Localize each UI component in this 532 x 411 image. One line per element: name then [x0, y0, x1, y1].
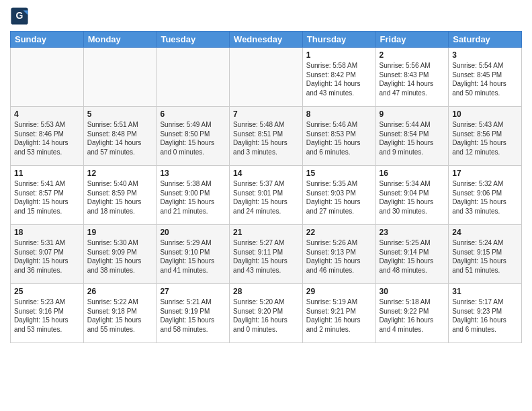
page-header: G	[10, 7, 522, 26]
calendar-cell: 19Sunrise: 5:30 AM Sunset: 9:09 PM Dayli…	[83, 225, 157, 284]
calendar-cell: 2Sunrise: 5:56 AM Sunset: 8:43 PM Daylig…	[375, 48, 449, 107]
calendar-cell: 4Sunrise: 5:53 AM Sunset: 8:46 PM Daylig…	[11, 107, 84, 166]
calendar-cell: 22Sunrise: 5:26 AM Sunset: 9:13 PM Dayli…	[302, 225, 375, 284]
day-number: 28	[233, 287, 299, 296]
day-number: 11	[14, 169, 80, 178]
day-content: Sunrise: 5:21 AM Sunset: 9:19 PM Dayligh…	[160, 298, 226, 334]
calendar-cell: 21Sunrise: 5:27 AM Sunset: 9:11 PM Dayli…	[230, 225, 303, 284]
calendar-table: SundayMondayTuesdayWednesdayThursdayFrid…	[10, 31, 522, 343]
calendar-cell: 25Sunrise: 5:23 AM Sunset: 9:16 PM Dayli…	[11, 284, 84, 343]
day-content: Sunrise: 5:38 AM Sunset: 9:00 PM Dayligh…	[160, 179, 226, 216]
calendar-cell: 29Sunrise: 5:19 AM Sunset: 9:21 PM Dayli…	[302, 284, 375, 343]
calendar-cell	[83, 48, 157, 107]
day-header-saturday: Saturday	[449, 32, 522, 48]
day-number: 12	[87, 169, 153, 178]
calendar-cell: 20Sunrise: 5:29 AM Sunset: 9:10 PM Dayli…	[157, 225, 230, 284]
calendar-cell	[157, 48, 230, 107]
day-number: 31	[452, 287, 518, 296]
day-number: 20	[160, 228, 226, 237]
calendar-cell: 23Sunrise: 5:25 AM Sunset: 9:14 PM Dayli…	[375, 225, 449, 284]
day-number: 15	[306, 169, 372, 178]
day-content: Sunrise: 5:17 AM Sunset: 9:23 PM Dayligh…	[452, 298, 518, 334]
day-content: Sunrise: 5:19 AM Sunset: 9:21 PM Dayligh…	[306, 298, 372, 334]
calendar-cell	[230, 48, 303, 107]
day-header-tuesday: Tuesday	[157, 32, 230, 48]
day-number: 6	[160, 109, 226, 119]
day-number: 3	[452, 50, 518, 60]
calendar-cell: 27Sunrise: 5:21 AM Sunset: 9:19 PM Dayli…	[157, 284, 230, 343]
day-header-monday: Monday	[83, 32, 157, 48]
calendar-cell: 5Sunrise: 5:51 AM Sunset: 8:48 PM Daylig…	[83, 107, 157, 166]
day-number: 4	[14, 109, 80, 119]
logo-icon: G	[10, 7, 29, 26]
day-content: Sunrise: 5:43 AM Sunset: 8:56 PM Dayligh…	[452, 120, 518, 156]
day-number: 17	[452, 169, 518, 178]
day-header-sunday: Sunday	[11, 32, 84, 48]
calendar-cell: 7Sunrise: 5:48 AM Sunset: 8:51 PM Daylig…	[230, 107, 303, 166]
day-number: 27	[160, 287, 226, 296]
calendar-cell: 15Sunrise: 5:35 AM Sunset: 9:03 PM Dayli…	[302, 166, 375, 225]
calendar-cell: 14Sunrise: 5:37 AM Sunset: 9:01 PM Dayli…	[230, 166, 303, 225]
calendar-cell: 18Sunrise: 5:31 AM Sunset: 9:07 PM Dayli…	[11, 225, 84, 284]
day-content: Sunrise: 5:31 AM Sunset: 9:07 PM Dayligh…	[14, 238, 80, 275]
svg-text:G: G	[16, 10, 24, 21]
day-content: Sunrise: 5:53 AM Sunset: 8:46 PM Dayligh…	[14, 120, 80, 156]
day-content: Sunrise: 5:54 AM Sunset: 8:45 PM Dayligh…	[452, 61, 518, 97]
day-number: 22	[306, 228, 372, 237]
calendar-cell: 10Sunrise: 5:43 AM Sunset: 8:56 PM Dayli…	[449, 107, 522, 166]
day-content: Sunrise: 5:58 AM Sunset: 8:42 PM Dayligh…	[306, 61, 372, 97]
day-number: 30	[380, 287, 445, 296]
day-content: Sunrise: 5:51 AM Sunset: 8:48 PM Dayligh…	[87, 120, 153, 156]
calendar-week-row: 1Sunrise: 5:58 AM Sunset: 8:42 PM Daylig…	[11, 48, 522, 107]
day-number: 26	[87, 287, 153, 296]
calendar-week-row: 25Sunrise: 5:23 AM Sunset: 9:16 PM Dayli…	[11, 284, 522, 343]
day-content: Sunrise: 5:27 AM Sunset: 9:11 PM Dayligh…	[233, 238, 299, 275]
day-header-friday: Friday	[375, 32, 449, 48]
day-number: 2	[380, 50, 445, 60]
calendar-cell: 3Sunrise: 5:54 AM Sunset: 8:45 PM Daylig…	[449, 48, 522, 107]
day-content: Sunrise: 5:35 AM Sunset: 9:03 PM Dayligh…	[306, 179, 372, 216]
calendar-week-row: 18Sunrise: 5:31 AM Sunset: 9:07 PM Dayli…	[11, 225, 522, 284]
calendar-cell: 30Sunrise: 5:18 AM Sunset: 9:22 PM Dayli…	[375, 284, 449, 343]
day-content: Sunrise: 5:41 AM Sunset: 8:57 PM Dayligh…	[14, 179, 80, 216]
day-content: Sunrise: 5:46 AM Sunset: 8:53 PM Dayligh…	[306, 120, 372, 156]
day-number: 19	[87, 228, 153, 237]
day-number: 10	[452, 109, 518, 119]
day-content: Sunrise: 5:18 AM Sunset: 9:22 PM Dayligh…	[380, 298, 445, 334]
day-number: 5	[87, 109, 153, 119]
day-content: Sunrise: 5:56 AM Sunset: 8:43 PM Dayligh…	[380, 61, 445, 97]
day-content: Sunrise: 5:23 AM Sunset: 9:16 PM Dayligh…	[14, 298, 80, 334]
calendar-cell: 31Sunrise: 5:17 AM Sunset: 9:23 PM Dayli…	[449, 284, 522, 343]
day-content: Sunrise: 5:29 AM Sunset: 9:10 PM Dayligh…	[160, 238, 226, 275]
day-content: Sunrise: 5:24 AM Sunset: 9:15 PM Dayligh…	[452, 238, 518, 275]
calendar-cell: 8Sunrise: 5:46 AM Sunset: 8:53 PM Daylig…	[302, 107, 375, 166]
day-number: 14	[233, 169, 299, 178]
day-content: Sunrise: 5:40 AM Sunset: 8:59 PM Dayligh…	[87, 179, 153, 216]
day-content: Sunrise: 5:49 AM Sunset: 8:50 PM Dayligh…	[160, 120, 226, 156]
day-header-thursday: Thursday	[302, 32, 375, 48]
day-content: Sunrise: 5:48 AM Sunset: 8:51 PM Dayligh…	[233, 120, 299, 156]
day-number: 24	[452, 228, 518, 237]
day-number: 9	[380, 109, 445, 119]
day-content: Sunrise: 5:20 AM Sunset: 9:20 PM Dayligh…	[233, 298, 299, 334]
day-content: Sunrise: 5:22 AM Sunset: 9:18 PM Dayligh…	[87, 298, 153, 334]
day-number: 16	[380, 169, 445, 178]
logo: G	[10, 7, 32, 26]
day-number: 23	[380, 228, 445, 237]
day-content: Sunrise: 5:37 AM Sunset: 9:01 PM Dayligh…	[233, 179, 299, 216]
day-number: 8	[306, 109, 372, 119]
day-number: 7	[233, 109, 299, 119]
day-number: 21	[233, 228, 299, 237]
day-number: 18	[14, 228, 80, 237]
calendar-week-row: 4Sunrise: 5:53 AM Sunset: 8:46 PM Daylig…	[11, 107, 522, 166]
day-content: Sunrise: 5:30 AM Sunset: 9:09 PM Dayligh…	[87, 238, 153, 275]
calendar-cell: 24Sunrise: 5:24 AM Sunset: 9:15 PM Dayli…	[449, 225, 522, 284]
calendar-cell: 11Sunrise: 5:41 AM Sunset: 8:57 PM Dayli…	[11, 166, 84, 225]
calendar-cell: 6Sunrise: 5:49 AM Sunset: 8:50 PM Daylig…	[157, 107, 230, 166]
calendar-cell	[11, 48, 84, 107]
day-header-wednesday: Wednesday	[230, 32, 303, 48]
day-number: 29	[306, 287, 372, 296]
calendar-cell: 28Sunrise: 5:20 AM Sunset: 9:20 PM Dayli…	[230, 284, 303, 343]
calendar-header-row: SundayMondayTuesdayWednesdayThursdayFrid…	[11, 32, 522, 48]
day-content: Sunrise: 5:26 AM Sunset: 9:13 PM Dayligh…	[306, 238, 372, 275]
